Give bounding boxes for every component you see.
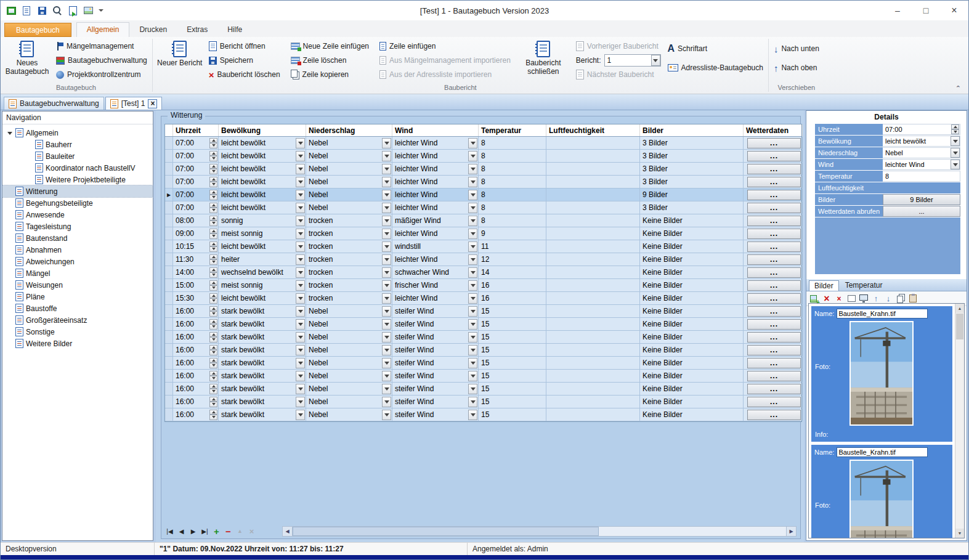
niederschlag-cell[interactable]: Nebel	[306, 150, 392, 162]
bilder-cell[interactable]: 9 Bilder	[640, 189, 744, 201]
dropdown-arrow-icon[interactable]	[382, 267, 391, 278]
time-spinner[interactable]	[209, 410, 217, 420]
dropdown-arrow-icon[interactable]	[296, 345, 305, 355]
luftfeuchtigkeit-cell[interactable]	[546, 240, 640, 253]
niederschlag-cell[interactable]: Nebel	[306, 331, 392, 343]
vorheriger-baubericht-button[interactable]: Vorheriger Baubericht	[574, 40, 663, 52]
wind-cell[interactable]: mäßiger Wind	[392, 214, 479, 227]
dropdown-arrow-icon[interactable]	[468, 241, 477, 252]
move-up-icon[interactable]	[870, 293, 882, 304]
table-row[interactable]: 16:00 stark bewölkt Nebel	[165, 344, 801, 357]
luftfeuchtigkeit-cell[interactable]	[546, 266, 640, 278]
maengelmanagement-button[interactable]: Mängelmanagement	[54, 40, 150, 52]
baubericht-loeschen-button[interactable]: Baubericht löschen	[206, 68, 283, 81]
dropdown-arrow-icon[interactable]	[468, 190, 477, 200]
scroll-down-icon[interactable]: ▼	[955, 529, 964, 538]
temperatur-cell[interactable]: 15	[479, 344, 546, 356]
spin-down-icon[interactable]	[209, 233, 217, 239]
delete-image-icon[interactable]	[821, 293, 832, 304]
dropdown-arrow-icon[interactable]	[382, 254, 391, 265]
time-spinner[interactable]	[209, 371, 217, 381]
wind-cell[interactable]: leichter Wind	[392, 227, 479, 240]
bewoelkung-cell[interactable]: leicht bewölkt	[219, 240, 306, 253]
bewoelkung-cell[interactable]: leicht bewölkt	[219, 150, 306, 162]
dropdown-arrow-icon[interactable]	[296, 177, 305, 187]
bewoelkung-cell[interactable]: leicht bewölkt	[219, 189, 306, 201]
dropdown-arrow-icon[interactable]	[296, 293, 305, 304]
uhrzeit-cell[interactable]: 16:00	[173, 331, 219, 343]
field-value[interactable]: ...	[883, 206, 960, 217]
dropdown-arrow-icon[interactable]	[296, 216, 305, 226]
bewoelkung-cell[interactable]: stark bewölkt	[219, 344, 306, 356]
uhrzeit-cell[interactable]: 10:15	[173, 240, 219, 253]
nav-tree-item[interactable]: Bauleiter	[2, 150, 153, 162]
column-header[interactable]: Luftfeuchtigkeit	[546, 124, 640, 136]
field-value[interactable]: 07:00	[883, 124, 960, 135]
nav-tree-item[interactable]: Tagesleistung	[2, 221, 153, 232]
construction-photo[interactable]	[849, 321, 914, 426]
luftfeuchtigkeit-cell[interactable]	[546, 305, 640, 317]
nav-tree-item[interactable]: Pläne	[2, 291, 153, 302]
uhrzeit-cell[interactable]: 16:00	[173, 370, 219, 382]
dropdown-arrow-icon[interactable]	[468, 293, 477, 304]
nav-tree-item[interactable]: Abnahmen	[2, 244, 153, 256]
spin-up-icon[interactable]	[209, 177, 217, 182]
bilder-cell[interactable]: Keine Bilder	[640, 318, 744, 330]
time-spinner[interactable]	[951, 124, 959, 134]
bilder-cell[interactable]: Keine Bilder	[640, 240, 744, 253]
save-icon[interactable]	[36, 5, 47, 16]
luftfeuchtigkeit-cell[interactable]	[546, 253, 640, 266]
dropdown-arrow-icon[interactable]	[468, 138, 477, 148]
nav-tree-item[interactable]: Bautenstand	[2, 232, 153, 244]
dropdown-arrow-icon[interactable]	[468, 410, 477, 420]
temperatur-cell[interactable]: 15	[479, 357, 546, 369]
wind-cell[interactable]: steifer Wind	[392, 318, 479, 330]
paste-icon[interactable]	[907, 293, 918, 304]
table-row[interactable]: 15:30 leicht bewölkt trocken	[165, 292, 801, 305]
spin-up-icon[interactable]	[209, 267, 217, 273]
maximize-button[interactable]: □	[912, 1, 940, 20]
column-header[interactable]: Wind	[392, 124, 479, 136]
column-header[interactable]: Temperatur	[479, 124, 546, 136]
bewoelkung-cell[interactable]: meist sonnig	[219, 227, 306, 240]
luftfeuchtigkeit-cell[interactable]	[546, 201, 640, 214]
uhrzeit-cell[interactable]: 16:00	[173, 408, 219, 421]
dropdown-arrow-icon[interactable]	[382, 229, 391, 239]
wetterdaten-button[interactable]: ...	[747, 280, 801, 291]
dropdown-arrow-icon[interactable]	[382, 319, 391, 330]
spin-down-icon[interactable]	[209, 221, 217, 226]
wetterdaten-button[interactable]: ...	[747, 332, 801, 343]
dropdown-arrow-icon[interactable]	[382, 358, 391, 368]
wind-cell[interactable]: leichter Wind	[392, 201, 479, 214]
remove-icon[interactable]	[833, 293, 845, 304]
dropdown-arrow-icon[interactable]	[382, 203, 391, 213]
dropdown-arrow-icon[interactable]	[382, 293, 391, 304]
time-spinner[interactable]	[209, 229, 217, 239]
time-spinner[interactable]	[209, 203, 217, 213]
niederschlag-cell[interactable]: Nebel	[306, 357, 392, 369]
dropdown-arrow-icon[interactable]	[296, 280, 305, 291]
aus-adressliste-button[interactable]: Aus der Adressliste importieren	[377, 68, 513, 81]
neue-zeile-einfuegen-button[interactable]: Neue Zeile einfügen	[288, 40, 371, 52]
bericht-oeffnen-button[interactable]: Bericht öffnen	[206, 40, 283, 52]
table-row[interactable]: 16:00 stark bewölkt Nebel	[165, 383, 801, 396]
niederschlag-cell[interactable]: trocken	[306, 292, 392, 304]
wind-cell[interactable]: leichter Wind	[392, 163, 479, 175]
preview-icon[interactable]	[858, 293, 869, 304]
dropdown-arrow-icon[interactable]	[951, 160, 960, 169]
nav-tree-item[interactable]: Begehungsbeteiligte	[2, 197, 153, 209]
time-spinner[interactable]	[209, 280, 217, 291]
nav-tree-item[interactable]: Mängel	[2, 267, 153, 279]
niederschlag-cell[interactable]: trocken	[306, 253, 392, 266]
temperatur-cell[interactable]: 15	[479, 408, 546, 421]
field-value[interactable]: leicht bewölkt	[883, 136, 960, 147]
bewoelkung-cell[interactable]: wechselnd bewölkt	[219, 266, 306, 278]
uhrzeit-cell[interactable]: 09:00	[173, 227, 219, 240]
time-spinner[interactable]	[209, 319, 217, 330]
wind-cell[interactable]: steifer Wind	[392, 344, 479, 356]
dropdown-arrow-icon[interactable]	[382, 241, 391, 252]
nav-tree-item[interactable]: Großgeräteeinsatz	[2, 314, 153, 326]
dropdown-arrow-icon[interactable]	[296, 410, 305, 420]
delete-record-button[interactable]	[222, 526, 234, 537]
scrollbar-thumb[interactable]	[293, 527, 599, 536]
